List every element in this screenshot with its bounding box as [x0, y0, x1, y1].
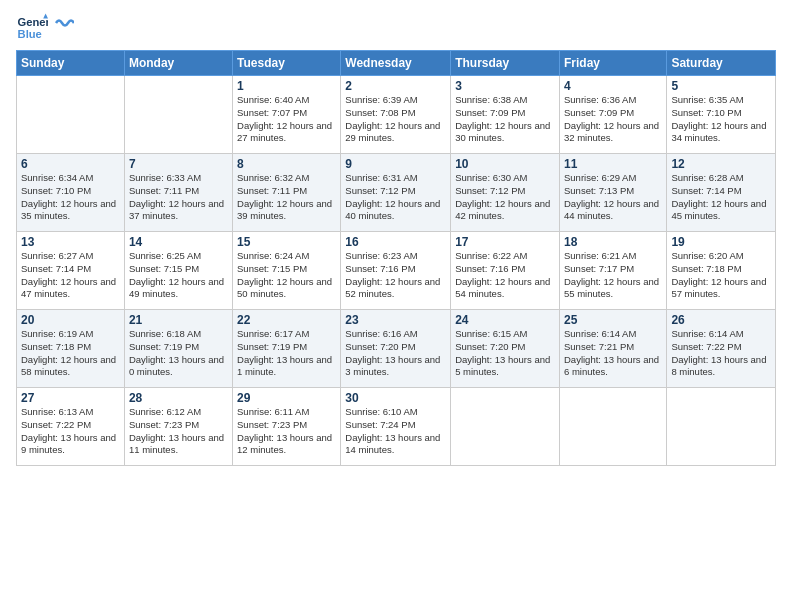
day-number: 7	[129, 157, 228, 171]
svg-text:Blue: Blue	[18, 28, 42, 40]
day-number: 23	[345, 313, 446, 327]
calendar-cell	[451, 388, 560, 466]
day-info: Sunrise: 6:40 AM Sunset: 7:07 PM Dayligh…	[237, 94, 336, 145]
calendar-week-5: 27Sunrise: 6:13 AM Sunset: 7:22 PM Dayli…	[17, 388, 776, 466]
day-header-saturday: Saturday	[667, 51, 776, 76]
day-info: Sunrise: 6:36 AM Sunset: 7:09 PM Dayligh…	[564, 94, 662, 145]
day-info: Sunrise: 6:33 AM Sunset: 7:11 PM Dayligh…	[129, 172, 228, 223]
day-info: Sunrise: 6:14 AM Sunset: 7:21 PM Dayligh…	[564, 328, 662, 379]
calendar-cell: 27Sunrise: 6:13 AM Sunset: 7:22 PM Dayli…	[17, 388, 125, 466]
day-header-friday: Friday	[559, 51, 666, 76]
day-info: Sunrise: 6:15 AM Sunset: 7:20 PM Dayligh…	[455, 328, 555, 379]
day-info: Sunrise: 6:11 AM Sunset: 7:23 PM Dayligh…	[237, 406, 336, 457]
calendar-cell: 19Sunrise: 6:20 AM Sunset: 7:18 PM Dayli…	[667, 232, 776, 310]
logo: General Blue	[16, 12, 74, 44]
calendar-cell: 13Sunrise: 6:27 AM Sunset: 7:14 PM Dayli…	[17, 232, 125, 310]
day-number: 16	[345, 235, 446, 249]
day-info: Sunrise: 6:21 AM Sunset: 7:17 PM Dayligh…	[564, 250, 662, 301]
day-info: Sunrise: 6:12 AM Sunset: 7:23 PM Dayligh…	[129, 406, 228, 457]
calendar-cell	[17, 76, 125, 154]
calendar-cell: 11Sunrise: 6:29 AM Sunset: 7:13 PM Dayli…	[559, 154, 666, 232]
calendar-cell: 16Sunrise: 6:23 AM Sunset: 7:16 PM Dayli…	[341, 232, 451, 310]
day-info: Sunrise: 6:32 AM Sunset: 7:11 PM Dayligh…	[237, 172, 336, 223]
calendar-cell	[667, 388, 776, 466]
day-number: 10	[455, 157, 555, 171]
day-number: 22	[237, 313, 336, 327]
day-header-monday: Monday	[124, 51, 232, 76]
day-number: 30	[345, 391, 446, 405]
calendar-cell: 7Sunrise: 6:33 AM Sunset: 7:11 PM Daylig…	[124, 154, 232, 232]
day-number: 5	[671, 79, 771, 93]
day-number: 20	[21, 313, 120, 327]
header: General Blue	[16, 12, 776, 44]
calendar-table: SundayMondayTuesdayWednesdayThursdayFrid…	[16, 50, 776, 466]
calendar-week-2: 6Sunrise: 6:34 AM Sunset: 7:10 PM Daylig…	[17, 154, 776, 232]
calendar-cell: 22Sunrise: 6:17 AM Sunset: 7:19 PM Dayli…	[233, 310, 341, 388]
day-number: 2	[345, 79, 446, 93]
day-info: Sunrise: 6:39 AM Sunset: 7:08 PM Dayligh…	[345, 94, 446, 145]
day-info: Sunrise: 6:29 AM Sunset: 7:13 PM Dayligh…	[564, 172, 662, 223]
calendar-cell: 3Sunrise: 6:38 AM Sunset: 7:09 PM Daylig…	[451, 76, 560, 154]
calendar-cell: 20Sunrise: 6:19 AM Sunset: 7:18 PM Dayli…	[17, 310, 125, 388]
calendar-cell	[559, 388, 666, 466]
day-info: Sunrise: 6:30 AM Sunset: 7:12 PM Dayligh…	[455, 172, 555, 223]
day-number: 9	[345, 157, 446, 171]
calendar-cell: 9Sunrise: 6:31 AM Sunset: 7:12 PM Daylig…	[341, 154, 451, 232]
day-info: Sunrise: 6:18 AM Sunset: 7:19 PM Dayligh…	[129, 328, 228, 379]
day-number: 14	[129, 235, 228, 249]
day-number: 6	[21, 157, 120, 171]
day-number: 25	[564, 313, 662, 327]
day-info: Sunrise: 6:28 AM Sunset: 7:14 PM Dayligh…	[671, 172, 771, 223]
day-number: 13	[21, 235, 120, 249]
day-number: 18	[564, 235, 662, 249]
calendar-header-row: SundayMondayTuesdayWednesdayThursdayFrid…	[17, 51, 776, 76]
calendar-cell: 29Sunrise: 6:11 AM Sunset: 7:23 PM Dayli…	[233, 388, 341, 466]
day-info: Sunrise: 6:16 AM Sunset: 7:20 PM Dayligh…	[345, 328, 446, 379]
day-info: Sunrise: 6:17 AM Sunset: 7:19 PM Dayligh…	[237, 328, 336, 379]
day-info: Sunrise: 6:25 AM Sunset: 7:15 PM Dayligh…	[129, 250, 228, 301]
calendar-cell: 25Sunrise: 6:14 AM Sunset: 7:21 PM Dayli…	[559, 310, 666, 388]
day-number: 24	[455, 313, 555, 327]
day-number: 3	[455, 79, 555, 93]
calendar-cell: 23Sunrise: 6:16 AM Sunset: 7:20 PM Dayli…	[341, 310, 451, 388]
day-number: 17	[455, 235, 555, 249]
day-number: 26	[671, 313, 771, 327]
page: General Blue SundayMondayTuesdayWednesda…	[0, 0, 792, 612]
calendar-cell: 8Sunrise: 6:32 AM Sunset: 7:11 PM Daylig…	[233, 154, 341, 232]
day-info: Sunrise: 6:20 AM Sunset: 7:18 PM Dayligh…	[671, 250, 771, 301]
calendar-cell	[124, 76, 232, 154]
calendar-cell: 14Sunrise: 6:25 AM Sunset: 7:15 PM Dayli…	[124, 232, 232, 310]
day-header-wednesday: Wednesday	[341, 51, 451, 76]
calendar-week-1: 1Sunrise: 6:40 AM Sunset: 7:07 PM Daylig…	[17, 76, 776, 154]
calendar-cell: 17Sunrise: 6:22 AM Sunset: 7:16 PM Dayli…	[451, 232, 560, 310]
logo-wave-icon	[54, 13, 74, 33]
calendar-week-4: 20Sunrise: 6:19 AM Sunset: 7:18 PM Dayli…	[17, 310, 776, 388]
day-number: 1	[237, 79, 336, 93]
day-info: Sunrise: 6:38 AM Sunset: 7:09 PM Dayligh…	[455, 94, 555, 145]
day-number: 11	[564, 157, 662, 171]
day-info: Sunrise: 6:10 AM Sunset: 7:24 PM Dayligh…	[345, 406, 446, 457]
calendar-cell: 2Sunrise: 6:39 AM Sunset: 7:08 PM Daylig…	[341, 76, 451, 154]
calendar-cell: 12Sunrise: 6:28 AM Sunset: 7:14 PM Dayli…	[667, 154, 776, 232]
calendar-cell: 5Sunrise: 6:35 AM Sunset: 7:10 PM Daylig…	[667, 76, 776, 154]
day-header-tuesday: Tuesday	[233, 51, 341, 76]
day-number: 8	[237, 157, 336, 171]
day-number: 29	[237, 391, 336, 405]
day-info: Sunrise: 6:23 AM Sunset: 7:16 PM Dayligh…	[345, 250, 446, 301]
day-header-sunday: Sunday	[17, 51, 125, 76]
day-number: 19	[671, 235, 771, 249]
calendar-cell: 24Sunrise: 6:15 AM Sunset: 7:20 PM Dayli…	[451, 310, 560, 388]
day-info: Sunrise: 6:19 AM Sunset: 7:18 PM Dayligh…	[21, 328, 120, 379]
logo-icon: General Blue	[16, 12, 48, 44]
calendar-cell: 28Sunrise: 6:12 AM Sunset: 7:23 PM Dayli…	[124, 388, 232, 466]
calendar-week-3: 13Sunrise: 6:27 AM Sunset: 7:14 PM Dayli…	[17, 232, 776, 310]
calendar-cell: 6Sunrise: 6:34 AM Sunset: 7:10 PM Daylig…	[17, 154, 125, 232]
day-number: 28	[129, 391, 228, 405]
day-number: 12	[671, 157, 771, 171]
day-info: Sunrise: 6:24 AM Sunset: 7:15 PM Dayligh…	[237, 250, 336, 301]
calendar-cell: 30Sunrise: 6:10 AM Sunset: 7:24 PM Dayli…	[341, 388, 451, 466]
day-number: 15	[237, 235, 336, 249]
day-number: 21	[129, 313, 228, 327]
day-info: Sunrise: 6:35 AM Sunset: 7:10 PM Dayligh…	[671, 94, 771, 145]
calendar-cell: 10Sunrise: 6:30 AM Sunset: 7:12 PM Dayli…	[451, 154, 560, 232]
